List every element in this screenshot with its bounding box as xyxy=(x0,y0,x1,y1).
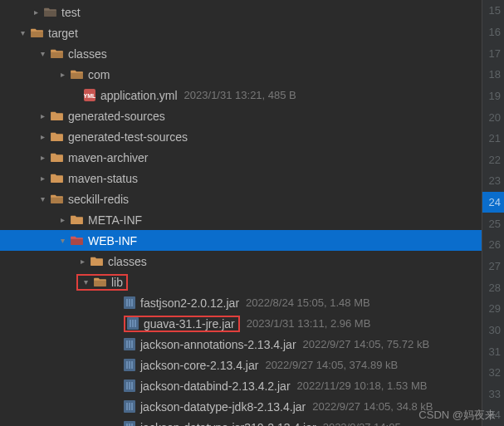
tree-item-label: fastjson2-2.0.12.jar xyxy=(140,296,239,310)
chevron-right-icon[interactable]: ▸ xyxy=(76,256,88,267)
tree-item-meta: 2022/9/27 14:05, 34.8 kB xyxy=(312,400,433,413)
gutter-line-number: 26 xyxy=(482,234,504,256)
gutter-line-number: 28 xyxy=(482,277,504,298)
tree-row[interactable]: ▸maven-status xyxy=(0,168,504,189)
chevron-right-icon[interactable]: ▸ xyxy=(37,131,48,143)
tree-row[interactable]: ▸classes xyxy=(0,251,504,272)
svg-text:YML: YML xyxy=(84,93,95,99)
gutter-line-number: 29 xyxy=(482,298,504,320)
tree-item-meta: 2022/8/24 15:05, 1.48 MB xyxy=(246,296,370,309)
editor-gutter: 1516171819202122232425262728293031323334 xyxy=(482,0,504,426)
svg-rect-23 xyxy=(126,403,128,410)
svg-rect-19 xyxy=(126,382,128,389)
svg-rect-5 xyxy=(131,299,133,306)
tree-item-label: guava-31.1-jre.jar xyxy=(144,317,235,331)
chevron-down-icon[interactable]: ▾ xyxy=(37,48,48,60)
tree-row[interactable]: ▸maven-archiver xyxy=(0,147,504,168)
tree-row[interactable]: jackson-core-2.13.4.jar2022/9/27 14:05, … xyxy=(0,355,504,375)
svg-rect-11 xyxy=(126,340,128,348)
tree-item-meta: 2023/1/31 13:21, 485 B xyxy=(184,89,296,101)
tree-item-label: jackson-core-2.13.4.jar xyxy=(140,359,258,372)
chevron-right-icon[interactable]: ▸ xyxy=(56,214,68,226)
chevron-right-icon[interactable]: ▸ xyxy=(56,69,68,81)
gutter-line-number: 31 xyxy=(482,340,504,362)
tree-row[interactable]: jackson-annotations-2.13.4.jar2022/9/27 … xyxy=(0,334,504,355)
tree-item-label: test xyxy=(61,6,81,19)
project-tree[interactable]: ▸test▾target▾classes▸comYMLapplication.y… xyxy=(0,0,504,426)
tree-item-label: jackson-databind-2.13.4.2.jar xyxy=(140,379,291,393)
svg-rect-4 xyxy=(129,299,130,306)
tree-row[interactable]: ▾lib xyxy=(0,272,504,292)
svg-rect-7 xyxy=(130,320,131,327)
svg-rect-17 xyxy=(131,361,133,369)
tree-row[interactable]: ▾WEB-INF xyxy=(0,230,504,251)
chevron-down-icon[interactable]: ▾ xyxy=(17,27,28,39)
tree-row[interactable]: YMLapplication.yml2023/1/31 13:21, 485 B xyxy=(0,85,504,105)
tree-item-label: maven-archiver xyxy=(68,151,148,164)
gutter-line-number: 16 xyxy=(482,22,504,43)
tree-item-label: application.yml xyxy=(100,89,178,102)
svg-rect-15 xyxy=(126,361,128,369)
svg-rect-3 xyxy=(126,299,128,306)
chevron-right-icon[interactable]: ▸ xyxy=(37,173,48,184)
tree-row[interactable]: ▸test xyxy=(0,2,504,22)
svg-rect-12 xyxy=(129,340,130,348)
tree-item-label: META-INF xyxy=(88,213,142,227)
chevron-down-icon[interactable]: ▾ xyxy=(56,235,68,247)
highlight-box: ▾lib xyxy=(76,274,128,291)
svg-rect-21 xyxy=(131,382,133,389)
tree-item-label: classes xyxy=(108,255,147,268)
svg-rect-9 xyxy=(135,320,136,327)
gutter-line-number: 24 xyxy=(482,192,504,213)
tree-item-label: seckill-redis xyxy=(68,193,129,206)
gutter-line-number: 19 xyxy=(482,86,504,107)
tree-row[interactable]: fastjson2-2.0.12.jar2022/8/24 15:05, 1.4… xyxy=(0,292,504,313)
tree-item-meta: 2022/9/27 14:05, 75.72 kB xyxy=(303,338,430,350)
tree-item-label: target xyxy=(48,27,78,40)
chevron-right-icon[interactable]: ▸ xyxy=(37,110,48,122)
gutter-line-number: 17 xyxy=(482,42,504,64)
tree-item-meta: 2022/9/27 14:05, ... xyxy=(323,421,416,426)
gutter-line-number: 22 xyxy=(482,149,504,170)
svg-rect-24 xyxy=(129,403,130,410)
svg-rect-13 xyxy=(131,340,133,348)
svg-rect-8 xyxy=(132,320,134,327)
tree-row[interactable]: ▸META-INF xyxy=(0,209,504,230)
tree-row[interactable]: ▸generated-test-sources xyxy=(0,126,504,147)
svg-rect-20 xyxy=(129,382,130,389)
chevron-down-icon[interactable]: ▾ xyxy=(80,277,91,288)
tree-row[interactable]: ▾target xyxy=(0,22,504,43)
tree-row[interactable]: ▾seckill-redis xyxy=(0,189,504,209)
tree-item-label: lib xyxy=(111,276,123,289)
watermark: CSDN @妈夜来 xyxy=(418,408,496,423)
tree-item-meta: 2023/1/31 13:11, 2.96 MB xyxy=(247,317,371,330)
chevron-down-icon[interactable]: ▾ xyxy=(37,193,48,205)
tree-row[interactable]: ▾classes xyxy=(0,43,504,64)
tree-item-meta: 2022/11/29 10:18, 1.53 MB xyxy=(297,379,428,392)
gutter-line-number: 30 xyxy=(482,320,504,341)
highlight-box: guava-31.1-jre.jar xyxy=(124,316,240,332)
tree-item-label: jackson-annotations-2.13.4.jar xyxy=(140,338,296,351)
tree-item-label: generated-sources xyxy=(68,110,165,123)
chevron-right-icon[interactable]: ▸ xyxy=(30,7,42,18)
tree-item-meta: 2022/9/27 14:05, 374.89 kB xyxy=(265,359,398,371)
gutter-line-number: 27 xyxy=(482,256,504,277)
tree-item-label: com xyxy=(88,68,110,81)
tree-row[interactable]: jackson-databind-2.13.4.2.jar2022/11/29 … xyxy=(0,375,504,396)
tree-row[interactable]: ▸com xyxy=(0,64,504,85)
tree-item-label: classes xyxy=(68,47,107,61)
tree-row[interactable]: ▸generated-sources xyxy=(0,105,504,126)
gutter-line-number: 21 xyxy=(482,128,504,149)
svg-rect-25 xyxy=(131,403,133,410)
gutter-line-number: 20 xyxy=(482,106,504,128)
gutter-line-number: 18 xyxy=(482,64,504,86)
gutter-line-number: 15 xyxy=(482,0,504,22)
gutter-line-number: 33 xyxy=(482,384,504,405)
chevron-right-icon[interactable]: ▸ xyxy=(37,152,48,164)
gutter-line-number: 32 xyxy=(482,362,504,384)
tree-item-label: jackson-datatype-jsr310-2.13.4.jar xyxy=(140,421,316,427)
tree-row[interactable]: guava-31.1-jre.jar2023/1/31 13:11, 2.96 … xyxy=(0,313,504,334)
tree-item-label: WEB-INF xyxy=(88,234,137,247)
gutter-line-number: 23 xyxy=(482,170,504,192)
tree-item-label: jackson-datatype-jdk8-2.13.4.jar xyxy=(140,400,306,414)
